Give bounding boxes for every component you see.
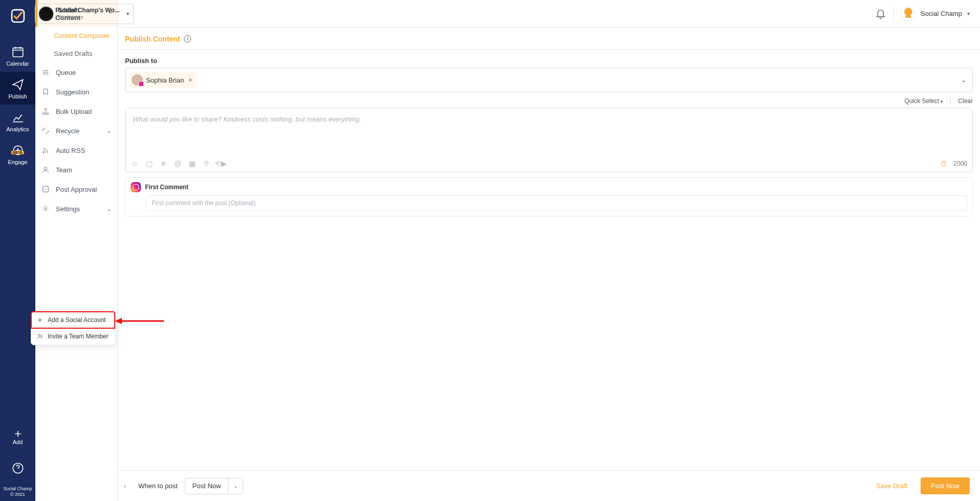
svg-marker-12 xyxy=(115,318,122,324)
workspace-sub: Workspace xyxy=(58,14,120,20)
composer-textarea[interactable] xyxy=(126,108,972,154)
rail-calendar[interactable]: Calendar xyxy=(0,39,35,72)
save-draft-button[interactable]: Save Draft xyxy=(870,478,913,494)
sidebar-team[interactable]: Team xyxy=(35,160,117,179)
mention-icon[interactable]: @ xyxy=(174,159,182,168)
app-logo-icon xyxy=(9,7,27,25)
help-icon xyxy=(11,462,25,475)
beta-badge: BETA xyxy=(11,151,24,154)
profile-avatar-icon xyxy=(132,74,143,86)
sidebar-queue[interactable]: Queue xyxy=(35,63,117,82)
rail-label: Publish xyxy=(8,93,27,99)
instagram-icon xyxy=(131,182,141,192)
sidebar-settings[interactable]: Settings ⌄ xyxy=(35,199,117,218)
workspace-avatar-icon xyxy=(38,6,54,22)
sidebar-suggestion[interactable]: Suggestion xyxy=(35,82,117,102)
remove-profile-icon[interactable]: × xyxy=(187,76,192,84)
chevron-down-icon: ⌄ xyxy=(961,76,966,84)
chevron-down-icon[interactable]: ⌄ xyxy=(228,478,243,494)
post-now-button[interactable]: Post Now xyxy=(921,477,970,494)
quick-select-button[interactable]: Quick Select ▾ xyxy=(905,97,944,105)
collapse-left-icon[interactable]: ‹ xyxy=(122,480,128,492)
gear-icon xyxy=(41,205,50,213)
workspace-title: Social Champ's Wo... xyxy=(58,7,120,14)
sidebar-saved-drafts[interactable]: Saved Drafts xyxy=(35,45,117,63)
engage-icon xyxy=(11,144,25,157)
queue-icon xyxy=(41,68,50,76)
emoji-icon[interactable]: ☺ xyxy=(131,159,139,168)
page-head: Publish Content ! xyxy=(118,28,980,50)
rss-icon xyxy=(41,146,50,154)
publish-to-label: Publish to xyxy=(125,57,973,65)
add-social-account-button[interactable]: Add a Social Account xyxy=(31,312,115,328)
bookmark-icon xyxy=(41,88,50,96)
upload-icon xyxy=(41,107,50,115)
topbar: Social Champ's Wo... Workspace ▾ Social … xyxy=(118,0,980,28)
trash-icon[interactable] xyxy=(940,160,947,167)
sidebar-content-composer[interactable]: Content Composer xyxy=(35,27,117,45)
first-comment-section: First Comment xyxy=(125,177,973,216)
svg-point-5 xyxy=(44,167,47,170)
svg-rect-1 xyxy=(13,48,23,56)
profile-name: Sophia Brian xyxy=(146,76,184,84)
when-value: Post Now xyxy=(185,482,228,490)
rail-publish[interactable]: Publish xyxy=(0,72,35,105)
svg-point-4 xyxy=(43,152,44,153)
user-plus-icon xyxy=(36,333,44,340)
user-avatar-icon xyxy=(901,7,915,21)
svg-point-8 xyxy=(907,11,910,14)
publish-to-field[interactable]: Sophia Brian × ⌄ xyxy=(125,68,973,92)
image-icon[interactable]: ▢ xyxy=(145,159,153,168)
hashtag-icon[interactable]: # xyxy=(159,159,168,168)
rail-add[interactable]: Add xyxy=(0,424,35,451)
paper-plane-icon xyxy=(11,78,25,91)
bottom-bar: ‹ When to post Post Now ⌄ Save Draft Pos… xyxy=(118,470,980,501)
main: Social Champ's Wo... Workspace ▾ Social … xyxy=(118,0,980,501)
rail-analytics[interactable]: Analytics xyxy=(0,105,35,137)
first-comment-input[interactable] xyxy=(146,195,967,211)
sidebar-post-approval[interactable]: Post Approval xyxy=(35,179,117,199)
annotation-arrow-icon xyxy=(115,316,164,326)
calendar-icon xyxy=(11,45,25,58)
plus-icon xyxy=(36,316,44,324)
sidebar-bulk-upload[interactable]: Bulk Upload xyxy=(35,102,117,121)
chevron-down-icon: ⌄ xyxy=(107,128,111,134)
caret-down-icon: ▾ xyxy=(941,99,943,104)
when-to-post-select[interactable]: Post Now ⌄ xyxy=(185,478,244,494)
when-to-post-label: When to post xyxy=(138,482,178,490)
info-icon[interactable]: ! xyxy=(184,35,191,43)
rail-label: Engage xyxy=(8,159,28,165)
recycle-icon xyxy=(41,127,50,135)
sidebar: Publish Content ⌃ Content Composer Saved… xyxy=(35,0,118,501)
sidebar-recycle[interactable]: Recycle ⌄ xyxy=(35,121,117,141)
char-count: 2000 xyxy=(953,160,967,167)
clear-button[interactable]: Clear xyxy=(958,97,973,105)
caret-down-icon: ▾ xyxy=(967,11,970,16)
rail-footer: Social Champ © 2021 xyxy=(3,486,32,501)
chevron-down-icon: ⌄ xyxy=(107,206,111,212)
rail-add-label: Add xyxy=(13,439,23,445)
rail-engage[interactable]: BETA Engage xyxy=(0,137,35,170)
user-icon xyxy=(41,166,50,174)
rail-label: Analytics xyxy=(6,126,29,132)
invite-team-member-button[interactable]: Invite a Team Member xyxy=(31,328,115,345)
rail-label: Calendar xyxy=(6,61,29,67)
gif-icon[interactable]: ▦ xyxy=(188,159,196,168)
workspace-selector[interactable]: Social Champ's Wo... Workspace ▾ xyxy=(35,4,134,24)
sidebar-auto-rss[interactable]: Auto RSS xyxy=(35,141,117,160)
content-area: Publish to Sophia Brian × ⌄ Quick Select… xyxy=(118,50,980,470)
nav-rail: Calendar Publish Analytics BETA Engage A… xyxy=(0,0,35,501)
location-icon[interactable] xyxy=(202,159,211,168)
page-title: Publish Content xyxy=(125,35,180,43)
rail-help[interactable] xyxy=(0,455,35,482)
user-name: Social Champ xyxy=(921,10,962,17)
plus-icon xyxy=(13,429,23,439)
user-menu[interactable]: Social Champ ▾ xyxy=(901,7,970,21)
add-popover: Add a Social Account Invite a Team Membe… xyxy=(31,311,115,345)
first-comment-label: First Comment xyxy=(145,184,189,191)
notifications-bell-icon[interactable] xyxy=(875,8,886,19)
svg-point-10 xyxy=(38,334,40,336)
link-shorten-icon[interactable]: ⟲▶ xyxy=(217,159,225,168)
profile-chip: Sophia Brian × xyxy=(130,72,197,88)
composer: ☺ ▢ # @ ▦ ⟲▶ 2000 xyxy=(125,108,973,172)
